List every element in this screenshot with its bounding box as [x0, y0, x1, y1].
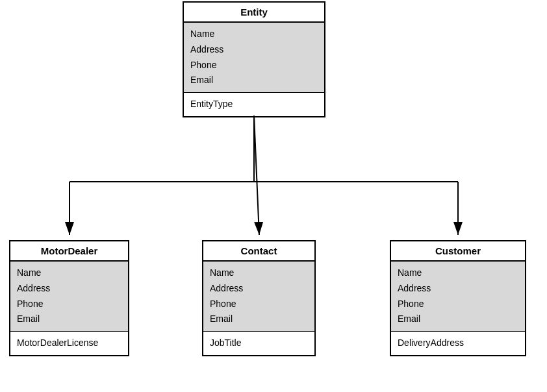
entity-attr-email: Email: [190, 73, 318, 88]
entity-extra-type: EntityType: [190, 97, 318, 112]
entity-attributes: Name Address Phone Email: [184, 23, 324, 93]
contact-attributes: Name Address Phone Email: [203, 262, 314, 332]
customer-attr-address: Address: [398, 281, 518, 297]
motor-dealer-class-box: MotorDealer Name Address Phone Email Mot…: [9, 240, 129, 356]
customer-extra-delivery: DeliveryAddress: [398, 336, 518, 351]
customer-attributes: Name Address Phone Email: [391, 262, 525, 332]
contact-attr-address: Address: [210, 281, 308, 297]
motor-dealer-extra: MotorDealerLicense: [10, 332, 128, 355]
entity-attr-name: Name: [190, 27, 318, 42]
customer-attr-name: Name: [398, 265, 518, 281]
contact-attr-name: Name: [210, 265, 308, 281]
entity-attr-address: Address: [190, 42, 318, 58]
motor-dealer-class-header: MotorDealer: [10, 241, 128, 262]
entity-extra: EntityType: [184, 93, 324, 116]
contact-class-header: Contact: [203, 241, 314, 262]
contact-extra-jobtitle: JobTitle: [210, 336, 308, 351]
motor-dealer-attributes: Name Address Phone Email: [10, 262, 128, 332]
contact-extra: JobTitle: [203, 332, 314, 355]
customer-class-box: Customer Name Address Phone Email Delive…: [390, 240, 526, 356]
md-attr-phone: Phone: [17, 297, 121, 312]
entity-attr-phone: Phone: [190, 58, 318, 73]
entity-class-header: Entity: [184, 3, 324, 23]
contact-attr-phone: Phone: [210, 297, 308, 312]
arrow-to-contact: [254, 116, 259, 235]
customer-attr-email: Email: [398, 312, 518, 327]
contact-class-box: Contact Name Address Phone Email JobTitl…: [202, 240, 316, 356]
entity-class-box: Entity Name Address Phone Email EntityTy…: [183, 1, 325, 117]
diagram-container: Entity Name Address Phone Email EntityTy…: [0, 0, 547, 392]
customer-class-header: Customer: [391, 241, 525, 262]
md-attr-name: Name: [17, 265, 121, 281]
customer-extra: DeliveryAddress: [391, 332, 525, 355]
contact-attr-email: Email: [210, 312, 308, 327]
customer-attr-phone: Phone: [398, 297, 518, 312]
md-extra-license: MotorDealerLicense: [17, 336, 121, 351]
md-attr-address: Address: [17, 281, 121, 297]
md-attr-email: Email: [17, 312, 121, 327]
